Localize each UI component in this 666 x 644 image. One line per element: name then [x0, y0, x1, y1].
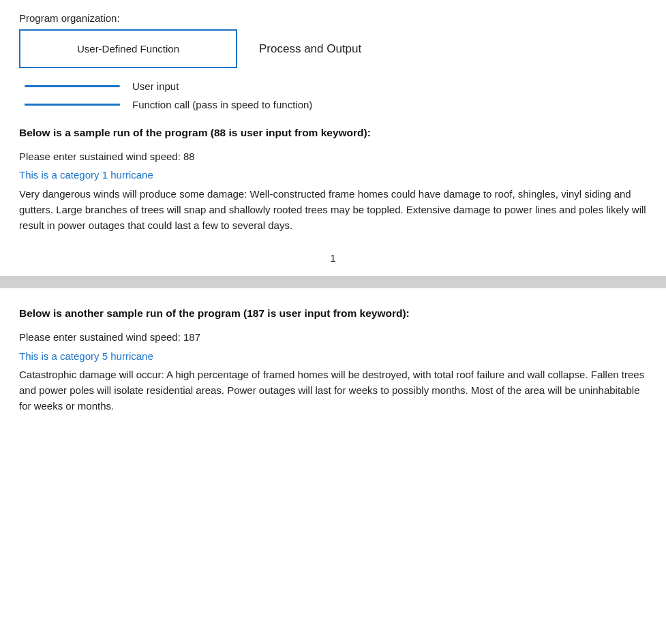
legend-area: User input Function call (pass in speed … — [19, 80, 647, 110]
legend-item-function-call: Function call (pass in speed to function… — [25, 99, 647, 110]
sample1-heading: Below is a sample run of the program (88… — [19, 127, 647, 139]
sample2-heading: Below is another sample run of the progr… — [19, 307, 647, 320]
legend-text-user-input: User input — [132, 80, 179, 92]
sample-run-1-section: Below is a sample run of the program (88… — [19, 127, 647, 233]
legend-item-user-input: User input — [25, 80, 647, 92]
page-number: 1 — [19, 252, 647, 264]
legend-line-solid — [25, 85, 120, 87]
program-org-label: Program organization: — [19, 12, 647, 24]
udf-box: User-Defined Function — [19, 29, 237, 68]
process-output-label: Process and Output — [259, 42, 361, 56]
sample2-damage-text: Catastrophic damage will occur: A high p… — [19, 367, 647, 414]
sample1-hurricane-label: This is a category 1 hurricane — [19, 167, 647, 183]
sample1-prompt: Please enter sustained wind speed: 88 — [19, 149, 647, 164]
sample2-hurricane-label: This is a category 5 hurricane — [19, 348, 647, 364]
sample1-run: Please enter sustained wind speed: 88 Th… — [19, 149, 647, 233]
legend-line-dashed — [25, 104, 120, 106]
diagram-area: User-Defined Function Process and Output — [19, 29, 647, 68]
sample-run-2-section: Below is another sample run of the progr… — [19, 307, 647, 414]
sample2-run: Please enter sustained wind speed: 187 T… — [19, 329, 647, 414]
sample1-damage-text: Very dangerous winds will produce some d… — [19, 186, 647, 234]
gray-band — [0, 276, 666, 288]
legend-text-function-call: Function call (pass in speed to function… — [132, 99, 312, 110]
sample2-prompt: Please enter sustained wind speed: 187 — [19, 329, 647, 345]
